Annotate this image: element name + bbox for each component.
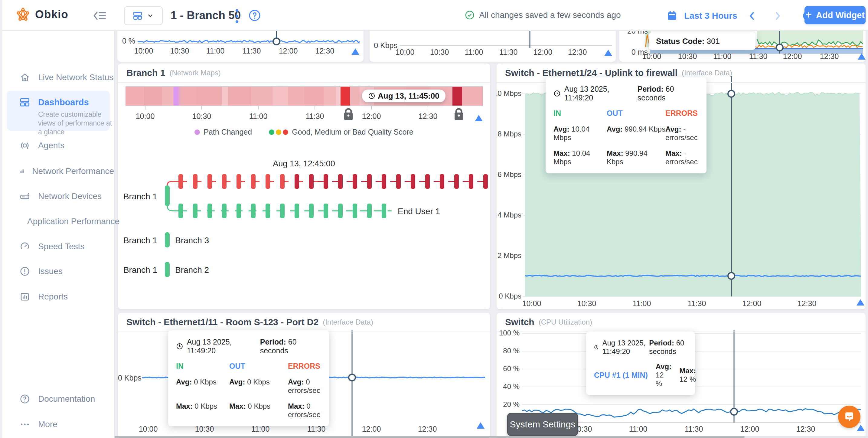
heatmap-segment[interactable] — [173, 87, 179, 105]
heatmap-segment[interactable] — [350, 87, 360, 105]
map-node-label[interactable]: End User 1 — [398, 207, 440, 216]
sidebar-item-live-network-status[interactable]: Live Network Status — [2, 68, 114, 87]
heatmap-segment[interactable] — [162, 87, 174, 105]
heatmap-segment[interactable] — [251, 87, 273, 105]
sidebar-item-label: Live Network Status — [38, 72, 114, 82]
chart-area[interactable] — [117, 30, 364, 62]
widget-type-button[interactable] — [124, 6, 163, 25]
heatmap-segment[interactable] — [273, 87, 288, 105]
sidebar-collapse-button[interactable] — [93, 11, 106, 21]
chevron-down-icon — [146, 12, 154, 20]
speedometer-icon — [19, 241, 30, 252]
path-hop-bad — [382, 174, 386, 189]
map-node-label[interactable]: Branch 1 — [121, 192, 157, 201]
legend: Path Changed Good, Medium or Bad Quality… — [118, 128, 490, 136]
scrollbar-thumb[interactable] — [114, 436, 745, 438]
heatmap-segment[interactable] — [341, 87, 350, 105]
resize-handle-icon[interactable] — [475, 115, 483, 121]
path-hop-bad — [338, 174, 343, 189]
heatmap-segment[interactable] — [462, 87, 483, 105]
horizontal-scrollbar[interactable] — [114, 436, 868, 438]
sidebar-item-more[interactable]: More — [2, 415, 114, 434]
next-range-button[interactable] — [772, 10, 783, 21]
tick-label: 10:00 — [139, 425, 158, 434]
crosshair-marker — [731, 408, 737, 415]
sidebar-item-application-performance[interactable]: Application Performance — [2, 212, 114, 231]
heatmap-segment[interactable] — [453, 87, 462, 105]
sidebar-item-speed-tests[interactable]: Speed Tests — [2, 237, 114, 256]
sidebar-item-dashboards[interactable]: Dashboards Create customizable views of … — [7, 91, 110, 131]
tooltip-values: CPU #1 (1 MIN) Avg: 12 % Max: 12 % — [586, 356, 695, 395]
resize-handle-icon[interactable] — [857, 299, 864, 306]
heatmap-segment[interactable] — [304, 87, 324, 105]
chat-widget-button[interactable] — [838, 406, 861, 428]
heatmap-segment[interactable] — [228, 87, 251, 105]
sidebar-item-agents[interactable]: Agents — [2, 136, 114, 155]
widget-header: Switch (CPU Utilization) — [497, 313, 866, 332]
sidebar: Live Network Status Dashboards Create cu… — [2, 31, 115, 438]
in-max: Max: 0 Kbps — [176, 402, 229, 419]
tooltip-values: IN OUT ERRORS Avg: 10.04 Mbps Avg: 990.9… — [546, 102, 707, 173]
tick-label: 12:30 — [798, 299, 816, 308]
out-series-label: OUT — [607, 109, 665, 118]
tick-label: 12:30 — [796, 425, 815, 434]
add-widget-label: Add Widget — [816, 10, 865, 20]
map-node-label[interactable]: Branch 2 — [175, 265, 209, 275]
widget-subtitle: (Network Maps) — [169, 69, 220, 77]
path-hop-good — [266, 204, 270, 218]
sidebar-item-issues[interactable]: Issues — [2, 262, 114, 281]
heatmap-segment[interactable] — [336, 87, 341, 105]
tick-label: 6 Mbps — [497, 170, 521, 179]
x-axis-labels: 10:0010:3011:0011:3012:0012:30 — [497, 299, 866, 309]
heatmap-segment[interactable] — [288, 87, 304, 105]
resize-handle-icon[interactable] — [857, 425, 865, 431]
tick-label: 80 % — [503, 347, 520, 355]
bar-chart-icon — [19, 166, 24, 177]
resize-handle-icon[interactable] — [351, 49, 359, 55]
heatmap-segment[interactable] — [222, 87, 228, 105]
resize-handle-icon[interactable] — [858, 53, 866, 60]
time-range-label[interactable]: Last 3 Hours — [684, 11, 737, 21]
tooltip-header: Aug 13 2025, 11:49:20 Period: 60 seconds — [546, 77, 707, 102]
heatmap-segment[interactable] — [196, 87, 222, 105]
sidebar-item-documentation[interactable]: Documentation — [2, 389, 114, 409]
tick-label: 11:30 — [685, 425, 703, 434]
tick-label: 10:00 — [522, 299, 541, 308]
out-max: Max: 990.94 Kbps — [607, 149, 665, 166]
calendar-icon[interactable] — [666, 10, 678, 22]
map-node-label[interactable]: Branch 3 — [175, 236, 209, 245]
path-hop-bad — [237, 174, 241, 189]
map-node-label[interactable]: Branch 1 — [121, 265, 157, 275]
heatmap-segment[interactable] — [125, 87, 144, 105]
heatmap-segment[interactable] — [144, 87, 162, 105]
sidebar-item-network-performance[interactable]: Network Performance — [2, 161, 114, 181]
map-node-label[interactable]: Branch 1 — [121, 236, 157, 245]
path-hop-bad — [251, 174, 255, 189]
help-button[interactable] — [248, 9, 261, 23]
errors-series-label: ERRORS — [665, 109, 699, 118]
previous-range-button[interactable] — [747, 10, 757, 21]
add-widget-button[interactable]: + Add Widget — [805, 6, 866, 24]
resize-handle-icon[interactable] — [604, 50, 612, 56]
logo[interactable]: Obkio — [16, 7, 68, 22]
sidebar-item-label: Agents — [38, 140, 64, 150]
chart-tooltip: Aug 13 2025, 11:49:20 Period: 60 seconds… — [586, 332, 695, 395]
save-status-text: All changes saved a few seconds ago — [479, 10, 621, 20]
sidebar-item-reports[interactable]: Reports — [2, 287, 114, 306]
dashboard-menu-button[interactable] — [233, 8, 241, 24]
widget-top-left-chart[interactable]: 0 % 10:0010:3011:0011:3012:0012:30 — [117, 30, 364, 62]
sidebar-item-label: Application Performance — [27, 217, 120, 226]
path-hop-good — [208, 204, 212, 218]
heatmap-segment[interactable] — [179, 87, 181, 105]
map-snapshot-time: Aug 13, 12:45:00 — [118, 159, 490, 168]
sidebar-item-label: More — [38, 419, 58, 429]
network-device-icon — [19, 191, 30, 202]
sidebar-item-network-devices[interactable]: Network Devices — [2, 187, 114, 206]
resize-handle-icon[interactable] — [477, 422, 485, 429]
widget-top-right-chart[interactable]: 20 ms 0 ms Status Code: 301 10:0010:3011… — [619, 30, 866, 62]
widget-top-middle-chart[interactable]: 0 Kbps 10:0010:3011:0011:3012:0012:30 — [370, 30, 616, 62]
heatmap-segment[interactable] — [181, 87, 196, 105]
tick-label: 60 % — [503, 365, 520, 373]
heatmap-segment[interactable] — [324, 87, 336, 105]
tick-label: 12:30 — [418, 425, 437, 434]
